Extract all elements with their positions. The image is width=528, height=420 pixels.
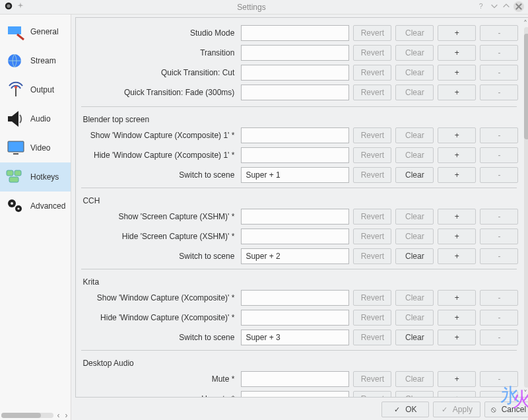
clear-button[interactable]: Clear [395,127,434,143]
sidebar-item-stream[interactable]: Stream [0,46,71,75]
revert-button[interactable]: Revert [353,167,391,183]
remove-button[interactable]: - [480,85,518,100]
hotkey-input[interactable] [241,228,349,244]
svg-rect-6 [8,141,24,152]
revert-button[interactable]: Revert [353,209,391,225]
sidebar-item-general[interactable]: General [0,17,71,46]
pin-icon[interactable] [16,1,25,13]
revert-button[interactable]: Revert [353,45,391,61]
clear-button[interactable]: Clear [395,167,434,183]
hotkey-input[interactable] [241,127,349,143]
hotkey-input[interactable] [241,45,349,61]
remove-button[interactable]: - [480,228,518,244]
clear-button[interactable]: Clear [395,310,434,326]
chevron-down-icon[interactable]: ˅ [523,389,528,396]
add-button[interactable]: + [438,167,476,183]
add-button[interactable]: + [438,85,476,100]
add-button[interactable]: + [438,209,476,225]
window-title: Settings [25,3,478,12]
clear-button[interactable]: Clear [395,371,434,387]
revert-button[interactable]: Revert [353,330,391,345]
clear-button[interactable]: Clear [395,290,434,306]
chevron-left-icon[interactable]: ‹ [55,412,61,419]
minimize-icon[interactable] [490,1,499,13]
hotkey-label: Hide 'Window Capture (Xcomposite)' * [80,313,237,322]
remove-button[interactable]: - [480,167,518,183]
sidebar-hscroll[interactable]: ‹ › [0,411,71,420]
remove-button[interactable]: - [480,330,518,345]
hotkey-row: Hide 'Window Capture (Xcomposite)' *Reve… [80,308,518,328]
cancel-button[interactable]: Cancel [484,402,528,417]
revert-button[interactable]: Revert [353,85,391,100]
ok-button[interactable]: OK [381,402,429,417]
add-button[interactable]: + [438,248,476,264]
chevron-right-icon[interactable]: › [63,412,69,419]
chevron-up-icon[interactable]: ˄ [523,19,528,26]
maximize-icon[interactable] [502,1,511,13]
clear-button[interactable]: Clear [395,248,434,264]
clear-button[interactable]: Clear [395,209,434,225]
vertical-scrollbar[interactable]: ˄ ˅ [522,18,528,397]
add-button[interactable]: + [438,127,476,143]
hotkey-input[interactable] [241,371,349,387]
remove-button[interactable]: - [480,25,518,41]
revert-button[interactable]: Revert [353,391,391,397]
revert-button[interactable]: Revert [353,65,391,81]
add-button[interactable]: + [438,228,476,244]
remove-button[interactable]: - [480,209,518,225]
apply-button[interactable]: Apply [433,402,480,417]
remove-button[interactable]: - [480,391,518,397]
add-button[interactable]: + [438,330,476,345]
remove-button[interactable]: - [480,147,518,163]
revert-button[interactable]: Revert [353,371,391,387]
revert-button[interactable]: Revert [353,147,391,163]
remove-button[interactable]: - [480,248,518,264]
revert-button[interactable]: Revert [353,25,391,41]
clear-button[interactable]: Clear [395,65,434,81]
hotkey-input[interactable] [241,167,349,183]
remove-button[interactable]: - [480,127,518,143]
clear-button[interactable]: Clear [395,391,434,397]
revert-button[interactable]: Revert [353,127,391,143]
revert-button[interactable]: Revert [353,228,391,244]
hotkey-input[interactable] [241,330,349,345]
revert-button[interactable]: Revert [353,290,391,306]
add-button[interactable]: + [438,310,476,326]
sidebar-item-hotkeys[interactable]: Hotkeys [0,162,71,192]
close-icon[interactable] [513,1,524,12]
add-button[interactable]: + [438,147,476,163]
hotkey-input[interactable] [241,209,349,225]
hotkey-input[interactable] [241,290,349,306]
clear-button[interactable]: Clear [395,330,434,345]
add-button[interactable]: + [438,25,476,41]
remove-button[interactable]: - [480,45,518,61]
sidebar-item-advanced[interactable]: Advanced [0,192,71,221]
remove-button[interactable]: - [480,65,518,81]
sidebar-item-output[interactable]: Output [0,75,71,104]
hotkey-input[interactable] [241,85,349,100]
add-button[interactable]: + [438,290,476,306]
hotkey-input[interactable] [241,25,349,41]
sidebar-item-audio[interactable]: Audio [0,104,71,133]
hotkey-input[interactable] [241,147,349,163]
clear-button[interactable]: Clear [395,45,434,61]
remove-button[interactable]: - [480,290,518,306]
clear-button[interactable]: Clear [395,228,434,244]
clear-button[interactable]: Clear [395,147,434,163]
clear-button[interactable]: Clear [395,85,434,100]
hotkey-input[interactable] [241,310,349,326]
add-button[interactable]: + [438,391,476,397]
sidebar-item-video[interactable]: Video [0,133,71,162]
hotkey-input[interactable] [241,248,349,264]
hotkey-input[interactable] [241,391,349,397]
help-icon[interactable]: ? [478,1,487,13]
remove-button[interactable]: - [480,310,518,326]
remove-button[interactable]: - [480,371,518,387]
clear-button[interactable]: Clear [395,25,434,41]
add-button[interactable]: + [438,65,476,81]
add-button[interactable]: + [438,371,476,387]
hotkey-input[interactable] [241,65,349,81]
revert-button[interactable]: Revert [353,310,391,326]
revert-button[interactable]: Revert [353,248,391,264]
add-button[interactable]: + [438,45,476,61]
